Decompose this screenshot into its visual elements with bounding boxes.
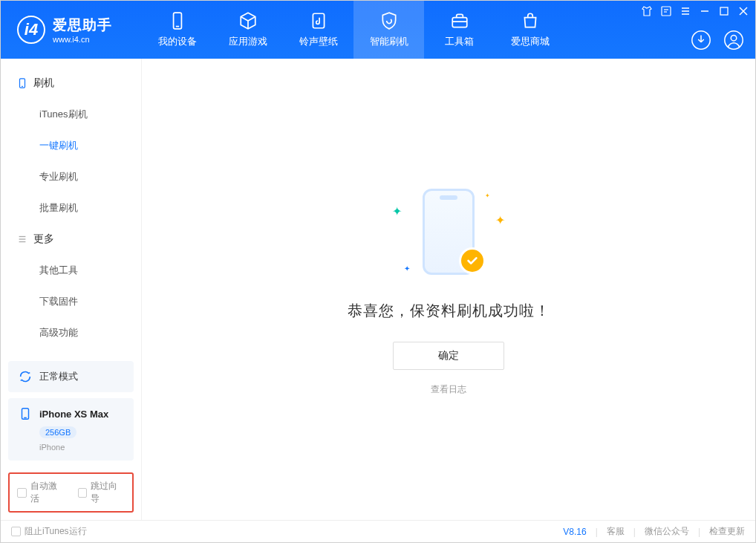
svg-rect-4 xyxy=(662,7,671,16)
music-file-icon xyxy=(309,11,328,30)
sparkle-icon: ✦ xyxy=(495,213,505,227)
logo: i4 爱思助手 www.i4.cn xyxy=(1,1,142,59)
group-label: 更多 xyxy=(33,233,54,246)
tab-store[interactable]: 爱思商城 xyxy=(495,1,565,59)
sidebar-item-batch-flash[interactable]: 批量刷机 xyxy=(1,192,141,224)
bag-icon xyxy=(521,11,540,30)
app-title: 爱思助手 xyxy=(53,16,112,35)
minimize-button[interactable] xyxy=(699,5,711,17)
menu-icon[interactable] xyxy=(680,5,691,17)
tab-label: 爱思商城 xyxy=(511,35,550,48)
sidebar-item-advanced[interactable]: 高级功能 xyxy=(1,317,141,348)
checkbox-label: 自动激活 xyxy=(30,480,65,505)
checkbox-auto-activate[interactable]: 自动激活 xyxy=(17,480,65,505)
sparkle-icon: ✦ xyxy=(392,204,402,218)
view-log-link[interactable]: 查看日志 xyxy=(431,383,466,396)
sidebar-item-itunes-flash[interactable]: iTunes刷机 xyxy=(1,99,141,130)
app-header: i4 爱思助手 www.i4.cn 我的设备 应用游戏 铃声壁纸 智能刷机 工具… xyxy=(1,1,755,59)
sync-icon xyxy=(19,370,32,383)
svg-rect-2 xyxy=(313,13,324,28)
window-controls xyxy=(641,5,749,17)
tab-flash[interactable]: 智能刷机 xyxy=(353,1,424,59)
cube-icon xyxy=(238,11,258,30)
device-info-panel[interactable]: iPhone XS Max 256GB iPhone xyxy=(8,398,134,461)
list-icon xyxy=(17,234,27,244)
phone-icon xyxy=(19,407,32,420)
device-name: iPhone XS Max xyxy=(39,409,108,420)
result-title: 恭喜您，保资料刷机成功啦！ xyxy=(348,301,550,321)
svg-point-15 xyxy=(725,31,743,49)
feedback-icon[interactable] xyxy=(660,5,672,17)
download-icon[interactable] xyxy=(690,29,712,51)
footer-link-wechat[interactable]: 微信公众号 xyxy=(645,525,689,538)
phone-icon xyxy=(168,11,187,30)
checkbox-block-itunes[interactable]: 阻止iTunes运行 xyxy=(11,525,87,538)
sparkle-icon: ✦ xyxy=(404,264,410,273)
shield-refresh-icon xyxy=(379,11,399,30)
device-storage: 256GB xyxy=(39,426,76,438)
checkbox-label: 阻止iTunes运行 xyxy=(25,525,87,538)
sidebar: 刷机 iTunes刷机 一键刷机 专业刷机 批量刷机 更多 其他工具 下载固件 … xyxy=(1,59,142,520)
sidebar-item-pro-flash[interactable]: 专业刷机 xyxy=(1,161,141,192)
footer-link-support[interactable]: 客服 xyxy=(607,525,625,538)
success-illustration: ✦ ✦ ✦ ✦ xyxy=(374,183,523,280)
shirt-icon[interactable] xyxy=(641,5,653,17)
tab-ringtone-wallpaper[interactable]: 铃声壁纸 xyxy=(283,1,353,59)
sidebar-item-download-firmware[interactable]: 下载固件 xyxy=(1,286,141,317)
user-icon[interactable] xyxy=(723,29,745,51)
checkbox-label: 跳过向导 xyxy=(91,480,125,505)
checkbox-icon xyxy=(11,527,21,536)
tab-label: 智能刷机 xyxy=(370,35,408,48)
app-url: www.i4.cn xyxy=(53,35,112,44)
mode-label: 正常模式 xyxy=(39,370,78,383)
nav-tabs: 我的设备 应用游戏 铃声壁纸 智能刷机 工具箱 爱思商城 xyxy=(142,1,565,59)
logo-icon: i4 xyxy=(17,16,45,44)
sidebar-group-flash: 刷机 xyxy=(1,68,141,99)
sidebar-item-one-click-flash[interactable]: 一键刷机 xyxy=(1,130,141,161)
flash-options-row: 自动激活 跳过向导 xyxy=(8,472,134,513)
tab-label: 工具箱 xyxy=(445,35,474,48)
toolbox-icon xyxy=(450,11,469,30)
status-bar: 阻止iTunes运行 V8.16 | 客服 | 微信公众号 | 检查更新 xyxy=(1,520,755,542)
svg-rect-3 xyxy=(452,18,467,27)
device-icon xyxy=(17,78,27,88)
main-content: ✦ ✦ ✦ ✦ 恭喜您，保资料刷机成功啦！ 确定 查看日志 xyxy=(142,59,755,520)
sidebar-group-more: 更多 xyxy=(1,224,141,255)
svg-point-16 xyxy=(731,35,737,41)
separator: | xyxy=(633,527,636,537)
version-label: V8.16 xyxy=(563,527,586,537)
sparkle-icon: ✦ xyxy=(485,192,490,199)
separator: | xyxy=(698,527,700,537)
tab-apps-games[interactable]: 应用游戏 xyxy=(212,1,283,59)
tab-label: 我的设备 xyxy=(158,35,197,48)
sidebar-item-other-tools[interactable]: 其他工具 xyxy=(1,255,141,286)
tab-my-device[interactable]: 我的设备 xyxy=(142,1,212,59)
tab-toolbox[interactable]: 工具箱 xyxy=(424,1,495,59)
checkbox-icon xyxy=(17,488,27,498)
svg-rect-11 xyxy=(720,7,728,15)
separator: | xyxy=(596,527,598,537)
tab-label: 铃声壁纸 xyxy=(299,35,338,48)
device-mode-panel[interactable]: 正常模式 xyxy=(8,361,134,392)
tab-label: 应用游戏 xyxy=(229,35,267,48)
maximize-button[interactable] xyxy=(718,5,730,17)
close-button[interactable] xyxy=(737,5,749,17)
header-action-icons xyxy=(690,29,745,51)
success-check-icon xyxy=(459,247,486,274)
ok-button[interactable]: 确定 xyxy=(393,342,504,370)
footer-link-update[interactable]: 检查更新 xyxy=(709,525,745,538)
checkbox-skip-wizard[interactable]: 跳过向导 xyxy=(78,480,126,505)
checkbox-icon xyxy=(78,488,88,498)
device-type: iPhone xyxy=(39,443,65,452)
group-label: 刷机 xyxy=(33,77,54,90)
